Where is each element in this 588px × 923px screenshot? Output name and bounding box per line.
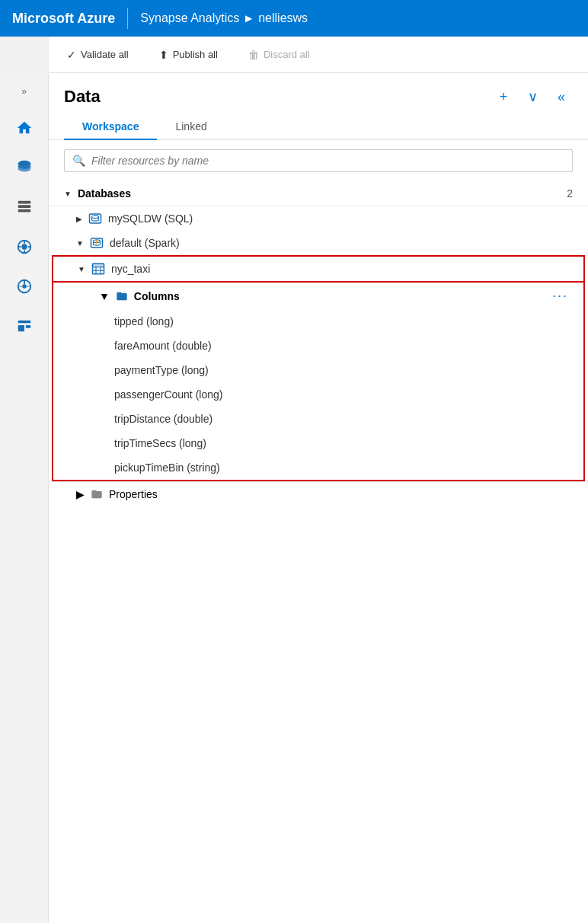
table-icon <box>91 262 105 276</box>
panel-title: Data <box>64 87 486 107</box>
default-spark-item[interactable]: ▼ default (Spark) <box>49 231 588 255</box>
search-input[interactable] <box>91 155 564 167</box>
header-actions: + ∨ « <box>492 85 573 108</box>
data-header: Data + ∨ « <box>49 73 588 114</box>
validate-label: Validate all <box>81 49 129 60</box>
top-bar: Microsoft Azure Synapse Analytics ▶ nell… <box>0 0 588 37</box>
tab-workspace[interactable]: Workspace <box>64 114 157 140</box>
sidebar-item-develop[interactable] <box>6 189 43 225</box>
search-box: 🔍 <box>64 149 573 172</box>
spark-db-icon <box>90 236 104 250</box>
sidebar-item-data[interactable] <box>6 149 43 186</box>
validate-icon: ✓ <box>67 49 76 61</box>
column-trip-distance: tripDistance (double) <box>52 407 585 431</box>
mysqldb-toggle: ▶ <box>76 215 82 223</box>
monitor-icon <box>16 278 33 295</box>
tab-bar: Workspace Linked <box>49 114 588 140</box>
tab-linked[interactable]: Linked <box>157 114 225 140</box>
nyc-taxi-item[interactable]: ▼ nyc_taxi <box>52 255 585 283</box>
column-tipped: tipped (long) <box>52 309 585 334</box>
column-pickup-time-bin: pickupTimeBin (string) <box>52 455 585 481</box>
data-icon <box>16 159 33 176</box>
svg-rect-13 <box>18 325 24 331</box>
svg-rect-1 <box>18 201 30 204</box>
publish-label: Publish all <box>173 49 218 60</box>
validate-all-button[interactable]: ✓ Validate all <box>61 46 135 64</box>
collapse-button[interactable]: « <box>550 85 573 108</box>
columns-label: Columns <box>134 290 546 302</box>
column-fare-amount: fareAmount (double) <box>52 334 585 358</box>
nyc-taxi-toggle: ▼ <box>78 265 85 273</box>
integrate-icon <box>16 238 33 255</box>
sidebar-item-integrate[interactable] <box>6 228 43 265</box>
svg-rect-28 <box>92 263 104 267</box>
sidebar-item-home[interactable] <box>6 110 43 146</box>
svg-rect-12 <box>18 321 30 324</box>
databases-section-header[interactable]: ▼ Databases 2 <box>49 181 588 206</box>
service-label: Synapse Analytics <box>140 11 239 25</box>
sidebar-item-manage[interactable] <box>6 308 43 344</box>
properties-toggle: ▶ <box>76 488 85 500</box>
svg-point-11 <box>22 284 27 289</box>
columns-toggle: ▼ <box>99 290 110 302</box>
service-name: Synapse Analytics ▶ nelliesws <box>140 11 308 25</box>
content-panel: Data + ∨ « Workspace Linked 🔍 <box>49 73 588 923</box>
svg-rect-14 <box>25 325 30 328</box>
top-bar-divider <box>127 8 128 29</box>
sql-db-icon <box>88 212 102 225</box>
default-spark-toggle: ▼ <box>76 239 84 248</box>
mysqldb-item[interactable]: ▶ mySQLDW (SQL) <box>49 206 588 231</box>
sidebar-expand-button[interactable]: » <box>6 79 43 104</box>
publish-icon: ⬆ <box>159 49 168 61</box>
tree-container: ▼ Databases 2 ▶ mySQLDW (SQL) ▼ <box>49 181 588 923</box>
default-spark-label: default (Spark) <box>110 237 573 249</box>
columns-more-button[interactable]: ··· <box>552 288 568 304</box>
databases-label: Databases <box>78 187 561 200</box>
action-bar: ✓ Validate all ⬆ Publish all 🗑 Discard a… <box>49 37 588 73</box>
develop-icon <box>16 199 33 216</box>
databases-count: 2 <box>567 187 573 200</box>
sidebar-item-monitor[interactable] <box>6 268 43 305</box>
properties-row[interactable]: ▶ Properties <box>49 481 588 506</box>
manage-icon <box>16 318 33 334</box>
svg-rect-2 <box>18 205 30 208</box>
add-button[interactable]: + <box>492 85 515 108</box>
properties-folder-icon <box>91 488 103 500</box>
breadcrumb-chevron: ▶ <box>245 13 252 24</box>
discard-all-button[interactable]: 🗑 Discard all <box>242 46 316 64</box>
sidebar: » <box>0 73 49 923</box>
search-icon: 🔍 <box>72 155 85 167</box>
main-layout: » <box>0 73 588 923</box>
home-icon <box>16 120 33 136</box>
column-passenger-count: passengerCount (long) <box>52 382 585 407</box>
expand-icon: » <box>21 86 27 97</box>
discard-icon: 🗑 <box>248 49 259 61</box>
columns-row[interactable]: ▼ Columns ··· <box>52 283 585 309</box>
workspace-name: nelliesws <box>258 11 308 25</box>
publish-all-button[interactable]: ⬆ Publish all <box>153 46 224 64</box>
properties-label: Properties <box>109 488 573 500</box>
databases-toggle: ▼ <box>64 190 72 198</box>
nyc-taxi-label: nyc_taxi <box>111 263 571 275</box>
column-trip-time-secs: tripTimeSecs (long) <box>52 431 585 455</box>
brand-name: Microsoft Azure <box>12 11 115 27</box>
expand-button[interactable]: ∨ <box>521 85 544 108</box>
column-payment-type: paymentType (long) <box>52 358 585 382</box>
svg-rect-3 <box>18 209 30 212</box>
discard-label: Discard all <box>264 49 310 60</box>
svg-point-16 <box>92 216 99 219</box>
mysqldb-label: mySQLDW (SQL) <box>108 212 573 225</box>
folder-icon <box>116 290 128 302</box>
svg-point-5 <box>21 244 27 249</box>
search-container: 🔍 <box>49 140 588 181</box>
